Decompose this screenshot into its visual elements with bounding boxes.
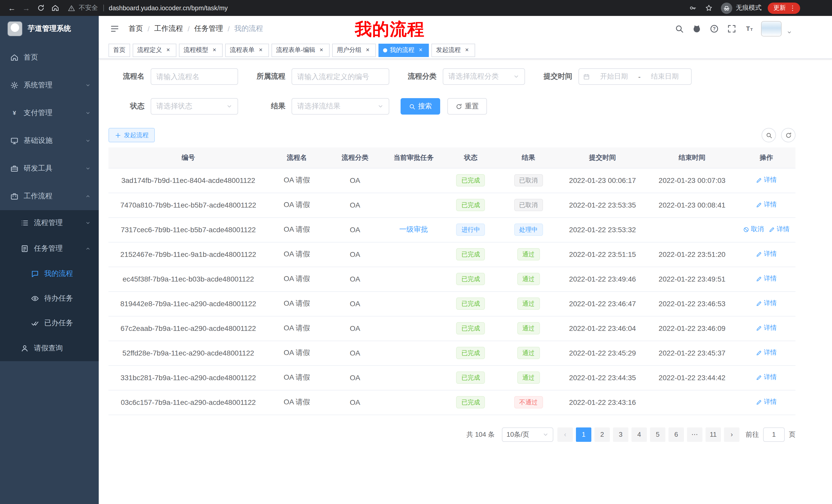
page-button[interactable]: 1 bbox=[576, 427, 591, 442]
page-button[interactable]: 4 bbox=[631, 427, 647, 442]
kebab-menu-icon[interactable]: ⋮ bbox=[788, 5, 798, 11]
page-button[interactable]: 6 bbox=[669, 427, 684, 442]
cell-id: 819442e8-7b9a-11ec-a290-acde48001122 bbox=[108, 291, 268, 316]
close-icon[interactable]: × bbox=[364, 47, 371, 54]
tab-process-form[interactable]: 流程表单× bbox=[225, 44, 269, 57]
refresh-table-button[interactable] bbox=[781, 128, 796, 142]
sidebar-item-done-tasks[interactable]: 已办任务 bbox=[0, 311, 99, 335]
sidebar-item-task-mgmt[interactable]: 任务管理 bbox=[0, 236, 99, 261]
action-detail[interactable]: 详情 bbox=[756, 299, 777, 308]
browser-home-button[interactable] bbox=[48, 1, 62, 15]
sidebar-item-todo-tasks[interactable]: 待办任务 bbox=[0, 286, 99, 311]
edit-icon bbox=[756, 177, 762, 184]
tab-home[interactable]: 首页 bbox=[108, 44, 130, 57]
avatar-caret-icon[interactable] bbox=[787, 30, 792, 35]
cell-category: OA bbox=[326, 267, 384, 291]
back-button[interactable]: ← bbox=[5, 1, 19, 15]
jump-page-input[interactable] bbox=[763, 427, 785, 442]
sidebar-item-devtools[interactable]: 研发工具 bbox=[0, 155, 99, 183]
sidebar-item-payment[interactable]: 支付管理 bbox=[0, 99, 99, 127]
cell-task bbox=[384, 193, 443, 217]
update-button[interactable]: 更新 ⋮ bbox=[768, 2, 800, 13]
close-icon[interactable]: × bbox=[164, 47, 172, 54]
breadcrumb-item[interactable]: 任务管理 bbox=[194, 24, 223, 33]
status-select[interactable]: 请选择状态 bbox=[151, 98, 238, 115]
close-icon[interactable]: × bbox=[463, 47, 470, 54]
more-pages-button[interactable]: ⋯ bbox=[687, 427, 702, 442]
cell-task bbox=[384, 341, 443, 365]
tab-user-group[interactable]: 用户分组× bbox=[332, 44, 376, 57]
sidebar-item-workflow[interactable]: 工作流程 bbox=[0, 183, 99, 210]
tab-process-definition[interactable]: 流程定义× bbox=[133, 44, 176, 57]
fontsize-button[interactable] bbox=[745, 24, 754, 33]
action-cancel[interactable]: 取消 bbox=[743, 225, 764, 234]
action-detail[interactable]: 详情 bbox=[756, 176, 777, 185]
category-select[interactable]: 请选择流程分类 bbox=[443, 68, 525, 85]
prev-page-button[interactable]: ‹ bbox=[557, 427, 573, 442]
avatar[interactable] bbox=[761, 21, 782, 36]
forward-button[interactable]: → bbox=[20, 1, 33, 15]
column-header: 结束时间 bbox=[647, 147, 737, 168]
page-button[interactable]: 5 bbox=[650, 427, 666, 442]
action-detail[interactable]: 详情 bbox=[756, 275, 777, 283]
github-button[interactable] bbox=[692, 24, 701, 33]
close-icon[interactable]: × bbox=[417, 47, 424, 54]
page-button[interactable]: 2 bbox=[594, 427, 610, 442]
sidebar-item-system[interactable]: 系统管理 bbox=[0, 72, 99, 99]
search-button[interactable] bbox=[675, 24, 684, 33]
reload-button[interactable] bbox=[34, 1, 47, 15]
sidebar-item-home[interactable]: 首页 bbox=[0, 44, 99, 72]
app-logo-row[interactable]: 芋道管理系统 bbox=[0, 16, 99, 41]
action-detail[interactable]: 详情 bbox=[756, 398, 777, 407]
action-detail[interactable]: 详情 bbox=[756, 324, 777, 333]
toggle-search-button[interactable] bbox=[761, 128, 776, 142]
reload-icon bbox=[37, 4, 45, 12]
sidebar-item-infrastructure[interactable]: 基础设施 bbox=[0, 127, 99, 155]
search-icon bbox=[409, 103, 415, 110]
tab-process-form-edit[interactable]: 流程表单-编辑× bbox=[271, 44, 330, 57]
create-process-button[interactable]: 发起流程 bbox=[108, 128, 155, 142]
action-detail[interactable]: 详情 bbox=[756, 373, 777, 382]
close-icon[interactable]: × bbox=[257, 47, 264, 54]
process-name-input[interactable] bbox=[156, 73, 232, 81]
reset-button[interactable]: 重置 bbox=[447, 98, 487, 115]
address-bar[interactable]: 不安全 dashboard.yudao.iocoder.cn/bpm/task/… bbox=[68, 1, 715, 15]
hamburger-icon[interactable] bbox=[110, 24, 119, 33]
cell-actions: 详情 bbox=[737, 316, 796, 341]
bookmark-star-button[interactable] bbox=[702, 2, 715, 14]
sidebar-item-my-process[interactable]: 我的流程 bbox=[0, 261, 99, 286]
action-detail[interactable]: 详情 bbox=[756, 348, 777, 357]
sidebar-item-label: 支付管理 bbox=[24, 108, 80, 118]
cell-actions: 详情 bbox=[737, 365, 796, 390]
action-detail[interactable]: 详情 bbox=[756, 201, 777, 209]
task-link[interactable]: 一级审批 bbox=[399, 225, 428, 233]
tab-process-model[interactable]: 流程模型× bbox=[179, 44, 223, 57]
close-icon[interactable]: × bbox=[211, 47, 218, 54]
question-button[interactable] bbox=[710, 24, 719, 33]
status-tag: 已完成 bbox=[457, 273, 485, 285]
result-select[interactable]: 请选择流结果 bbox=[291, 98, 389, 115]
cell-id: 52ffd28e-7b9a-11ec-a290-acde48001122 bbox=[108, 341, 268, 365]
column-header: 提交时间 bbox=[558, 147, 647, 168]
action-detail[interactable]: 详情 bbox=[756, 250, 777, 259]
cancel-icon bbox=[743, 227, 750, 233]
page-button[interactable]: 11 bbox=[705, 427, 721, 442]
page-button[interactable]: 3 bbox=[613, 427, 628, 442]
sidebar-item-label: 工作流程 bbox=[24, 192, 80, 201]
password-key-button[interactable] bbox=[686, 2, 699, 14]
close-icon[interactable]: × bbox=[318, 47, 325, 54]
tab-my-process[interactable]: 我的流程× bbox=[379, 44, 429, 57]
sidebar-item-leave-query[interactable]: 请假查询 bbox=[0, 335, 99, 361]
next-page-button[interactable]: › bbox=[724, 427, 739, 442]
tab-start-process[interactable]: 发起流程× bbox=[432, 44, 475, 57]
cell-task bbox=[384, 267, 443, 291]
action-detail[interactable]: 详情 bbox=[769, 225, 789, 234]
submit-time-range[interactable]: 开始日期 - 结束日期 bbox=[578, 68, 692, 85]
breadcrumb-item[interactable]: 首页 bbox=[129, 24, 143, 33]
fullscreen-button[interactable] bbox=[727, 24, 736, 33]
search-button[interactable]: 搜索 bbox=[400, 98, 440, 115]
breadcrumb-item[interactable]: 工作流程 bbox=[154, 24, 183, 33]
sidebar-item-process-mgmt[interactable]: 流程管理 bbox=[0, 210, 99, 236]
process-def-input[interactable] bbox=[297, 73, 384, 81]
page-size-select[interactable]: 10条/页 bbox=[502, 427, 553, 442]
